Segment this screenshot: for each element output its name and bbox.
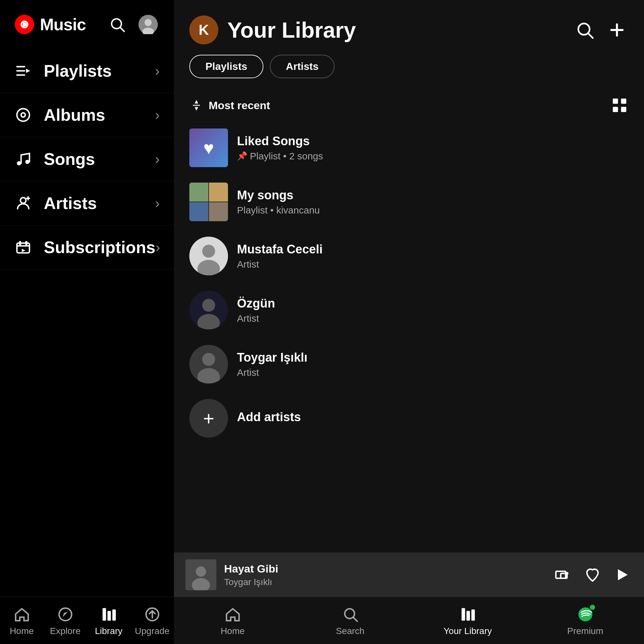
ozgun-name: Özgün [237, 297, 629, 310]
mustafa-ceceli-sub: Artist [237, 259, 629, 270]
mustafa-ceceli-name: Mustafa Ceceli [237, 242, 629, 256]
list-item-my-songs[interactable]: My songs Playlist • kivancanu [174, 175, 644, 229]
sort-label[interactable]: Most recent [209, 99, 270, 112]
albums-label: Albums [44, 105, 105, 125]
svg-rect-39 [621, 107, 626, 112]
now-playing-artist: Toygar Işıklı [224, 577, 545, 587]
svg-marker-26 [62, 611, 68, 617]
now-playing-title: Hayat Gibi [224, 563, 545, 575]
sort-icon[interactable] [189, 98, 204, 112]
bottom-home-label: Home [10, 626, 34, 636]
logo-text: Music [40, 15, 86, 34]
right-bottom-search[interactable]: Search [291, 597, 409, 644]
albums-chevron: › [155, 107, 160, 123]
svg-point-14 [21, 113, 25, 117]
ozgun-silhouette [189, 291, 228, 329]
left-header-icons [106, 13, 160, 36]
nav-item-artists[interactable]: Artists › [0, 181, 174, 225]
list-item-toygar-isikli[interactable]: Toygar Işıklı Artist [174, 337, 644, 391]
now-playing-art [185, 559, 216, 590]
nav-item-songs[interactable]: Songs › [0, 137, 174, 181]
svg-rect-28 [107, 611, 111, 620]
right-home-icon [224, 606, 241, 623]
home-icon [14, 606, 30, 623]
now-playing-bar[interactable]: Hayat Gibi Toygar Işıklı [174, 553, 644, 597]
svg-rect-58 [461, 608, 465, 621]
filter-tab-artists[interactable]: Artists [270, 55, 335, 78]
liked-songs-art: ♥ [189, 128, 228, 167]
svg-rect-36 [613, 99, 618, 104]
search-library-button[interactable] [573, 18, 596, 42]
add-icon [607, 20, 627, 40]
svg-rect-37 [621, 99, 626, 104]
right-bottom-premium[interactable]: Premium [526, 597, 644, 644]
bottom-nav-upgrade[interactable]: Upgrade [130, 597, 174, 644]
right-search-icon [342, 606, 359, 623]
nav-item-albums[interactable]: Albums › [0, 93, 174, 137]
svg-point-7 [145, 19, 152, 26]
add-artists-label: Add artists [237, 410, 629, 424]
add-to-library-button[interactable] [605, 18, 629, 42]
play-button[interactable] [612, 564, 632, 585]
nav-item-playlists[interactable]: Playlists › [0, 49, 174, 93]
cast-button[interactable] [553, 564, 573, 585]
svg-line-5 [120, 28, 124, 32]
upgrade-icon [144, 606, 161, 623]
list-item-ozgun[interactable]: Özgün Artist [174, 283, 644, 337]
nav-list: Playlists › Albums › [0, 49, 174, 597]
svg-point-50 [196, 566, 206, 577]
library-list: ♥ Liked Songs 📌 Playlist • 2 songs My so… [174, 121, 644, 553]
svg-rect-29 [112, 610, 116, 621]
svg-marker-12 [26, 69, 30, 73]
albums-icon [14, 106, 32, 124]
right-premium-icon [577, 606, 594, 623]
svg-point-17 [20, 198, 26, 203]
right-panel: K Your Library Playlists Artists [174, 0, 644, 644]
songs-icon [14, 150, 32, 168]
nav-item-subscriptions[interactable]: Subscriptions › [0, 225, 174, 270]
svg-point-13 [17, 109, 30, 121]
right-bottom-library[interactable]: Your Library [409, 597, 526, 644]
my-songs-art [189, 183, 228, 221]
filter-tab-playlists[interactable]: Playlists [189, 55, 263, 78]
grid-icon [611, 96, 629, 114]
songs-chevron: › [155, 151, 160, 167]
right-search-label: Search [336, 626, 365, 636]
subscriptions-icon [14, 238, 32, 256]
pin-icon: 📌 [237, 151, 247, 161]
toygar-silhouette [189, 345, 228, 384]
liked-songs-sub: 📌 Playlist • 2 songs [237, 151, 629, 162]
like-button[interactable] [582, 564, 603, 585]
list-item-add-artists[interactable]: + Add artists [174, 391, 644, 445]
liked-songs-name: Liked Songs [237, 134, 629, 148]
svg-point-16 [25, 160, 30, 164]
bottom-nav-library[interactable]: Library [87, 597, 130, 644]
bottom-nav-explore[interactable]: Explore [43, 597, 87, 644]
svg-rect-38 [613, 107, 618, 112]
right-premium-label: Premium [567, 626, 603, 636]
svg-point-15 [17, 161, 21, 166]
bottom-explore-label: Explore [50, 626, 81, 636]
np-art-image [185, 559, 216, 590]
premium-dot [591, 605, 595, 609]
right-header: K Your Library [174, 0, 644, 55]
right-library-icon [459, 606, 476, 623]
profile-avatar[interactable] [137, 13, 160, 36]
list-item-liked-songs[interactable]: ♥ Liked Songs 📌 Playlist • 2 songs [174, 121, 644, 175]
svg-marker-55 [618, 569, 628, 581]
heart-icon [584, 566, 601, 583]
artists-chevron: › [155, 195, 160, 211]
bottom-nav-home[interactable]: Home [0, 597, 43, 644]
search-library-icon [575, 20, 594, 40]
toygar-isikli-art [189, 345, 228, 384]
grid-view-button[interactable] [611, 96, 629, 114]
svg-marker-24 [22, 249, 25, 252]
list-item-mustafa-ceceli[interactable]: Mustafa Ceceli Artist [174, 229, 644, 283]
svg-line-57 [353, 618, 357, 621]
play-icon [614, 566, 630, 583]
artists-label: Artists [44, 194, 97, 213]
user-avatar[interactable]: K [189, 15, 218, 44]
right-bottom-home[interactable]: Home [174, 597, 291, 644]
search-button[interactable] [106, 13, 129, 36]
right-home-label: Home [221, 626, 245, 636]
